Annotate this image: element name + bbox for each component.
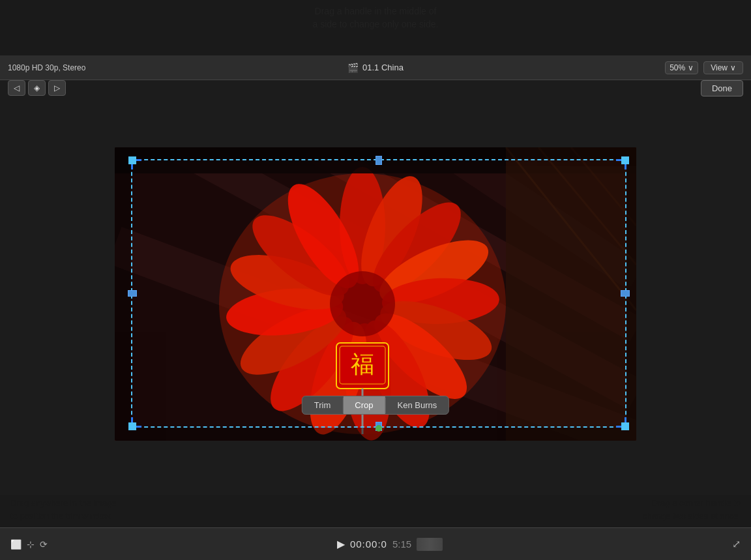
timecode-display: 00:00:0: [350, 538, 387, 550]
center-button[interactable]: ◈: [28, 80, 46, 96]
bottom-left-line1: Drag anywhere in the image: [10, 497, 117, 510]
bottom-left-line2: to position the trim window.: [10, 510, 117, 523]
next-frame-button[interactable]: ▷: [48, 80, 66, 96]
crop-mask-bottom: [115, 428, 636, 441]
clip-title-area: 🎬 01.1 China: [253, 63, 498, 73]
view-label: View: [711, 63, 728, 72]
done-button[interactable]: Done: [701, 80, 743, 96]
trim-mode-button[interactable]: Trim: [302, 396, 343, 414]
crop-tool-icon[interactable]: ⬜: [10, 539, 22, 550]
svg-text:福: 福: [351, 351, 374, 377]
ken-burns-mode-button[interactable]: Ken Burns: [386, 396, 449, 414]
prev-frame-button[interactable]: ◁: [8, 80, 25, 96]
bottom-right-line1: Drag a corner handle to: [643, 497, 741, 510]
playback-controls-row: ◁ ◈ ▷: [8, 80, 66, 96]
transform-tool-icon[interactable]: ⊹: [27, 539, 35, 550]
video-info: 1080p HD 30p, Stereo: [8, 63, 253, 72]
top-annotation-line2: a side to change only one side.: [312, 18, 438, 31]
svg-rect-28: [506, 147, 636, 441]
crop-mode-button[interactable]: Crop: [343, 396, 385, 414]
zoom-level: 50%: [670, 63, 685, 72]
clapper-icon: 🎬: [347, 63, 359, 73]
crop-mask-left: [115, 159, 131, 428]
waveform-mini-display: [417, 538, 443, 551]
bottom-right-line2: change two sides at once.: [643, 510, 741, 523]
speed-tool-icon[interactable]: ⟳: [40, 539, 48, 550]
clip-name: 01.1 China: [362, 63, 404, 72]
transport-center: ▶ 00:00:0 5:15: [55, 538, 724, 551]
video-container: 福: [115, 147, 636, 441]
top-bar: 1080p HD 30p, Stereo 🎬 01.1 China 50% ∨ …: [0, 55, 751, 80]
crop-mask-right: [626, 159, 636, 428]
top-bar-right: 50% ∨ View ∨: [498, 61, 743, 74]
svg-point-22: [330, 271, 395, 336]
bottom-right-annotation: Drag a corner handle to change two sides…: [643, 497, 741, 522]
viewer-area: 福: [0, 80, 751, 495]
top-annotation: Drag a handle in the middle of a side to…: [302, 0, 449, 36]
crop-mode-toolbar: Trim Crop Ken Burns: [302, 396, 449, 415]
crop-mask-top: [115, 147, 636, 159]
transport-bar: ⬜ ⊹ ⟳ ▶ 00:00:0 5:15 ⤢: [0, 527, 751, 560]
timecode-secondary-display: 5:15: [392, 538, 411, 550]
play-button[interactable]: ▶: [337, 538, 345, 550]
transport-left-tools: ⬜ ⊹ ⟳: [10, 539, 48, 550]
bottom-left-annotation: Drag anywhere in the image to position t…: [10, 497, 117, 522]
zoom-chevron-icon: ∨: [688, 63, 694, 72]
zoom-selector[interactable]: 50% ∨: [665, 61, 698, 74]
fullscreen-button[interactable]: ⤢: [732, 538, 741, 550]
view-menu-button[interactable]: View ∨: [703, 61, 743, 74]
view-chevron-icon: ∨: [730, 63, 736, 72]
top-annotation-line1: Drag a handle in the middle of: [312, 5, 438, 18]
transport-right: ⤢: [732, 538, 741, 550]
